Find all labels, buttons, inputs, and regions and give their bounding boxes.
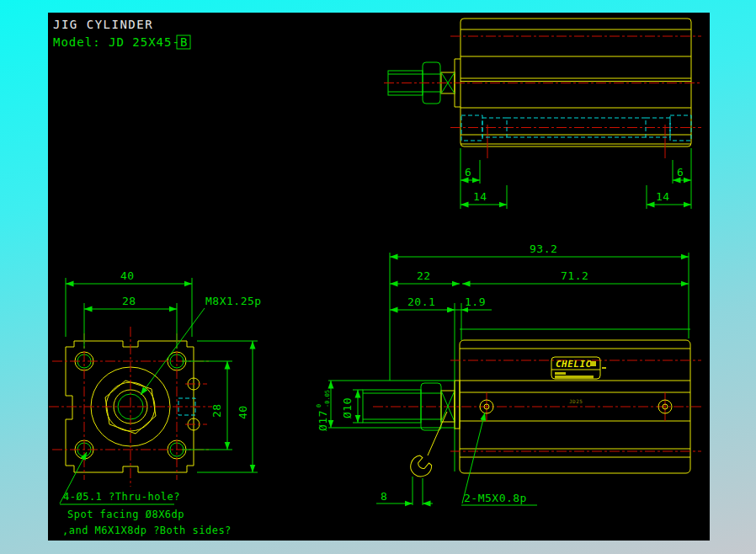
cad-drawing: JIG CYLINDER Model: JD 25X45- B: [0, 0, 756, 554]
port-label: 2-M5X0.8p: [464, 492, 527, 504]
dim-gap: 1.9: [465, 296, 486, 308]
rod-dia-label: Ø10: [341, 397, 354, 418]
dim-height-overall: 40: [237, 405, 249, 419]
dim-mount-left-outer: 14: [473, 190, 487, 203]
desktop-background: JIG CYLINDER Model: JD 25X45- B: [0, 0, 756, 554]
logo-small-text-2: [555, 376, 594, 379]
wrench-flats-label: 8: [381, 490, 387, 503]
hole-note-line3: ,and M6X1X8dp ?Both sides?: [62, 525, 232, 536]
thread-label: M8X1.25p: [205, 295, 262, 307]
dim-bolt-spacing-v: 28: [210, 403, 223, 418]
logo-mark: [590, 361, 596, 366]
logo-text: CHELIC: [556, 359, 592, 370]
hole-note-line1: 4-Ø5.1 ?Thru-hole?: [63, 491, 180, 503]
svg-text:Ø17: Ø17: [317, 410, 329, 431]
dim-mount-right-inner: 6: [677, 166, 684, 178]
dim-mount-left-inner: 6: [465, 166, 471, 178]
logo-small-text-1: [555, 372, 566, 375]
svg-text:0: 0: [316, 404, 322, 408]
dim-bolt-spacing-h: 28: [122, 295, 136, 307]
dim-head-minor: 20.1: [407, 296, 435, 308]
dim-head-length: 22: [417, 269, 431, 282]
drawing-title: JIG CYLINDER: [53, 18, 153, 31]
svg-text:-0.05: -0.05: [324, 390, 331, 408]
dim-width-overall: 40: [120, 269, 135, 282]
dim-overall-length: 93.2: [530, 242, 557, 255]
dim-body-length: 71.2: [561, 269, 588, 282]
model-label: Model: JD 25X45-: [53, 35, 180, 49]
hole-note-line2: Spot facing Ø8X6dp: [67, 509, 184, 520]
model-revision: B: [180, 35, 188, 49]
drawing-canvas: [48, 13, 710, 541]
dim-mount-right-outer: 14: [656, 190, 670, 203]
body-marking: JD25: [569, 398, 583, 404]
